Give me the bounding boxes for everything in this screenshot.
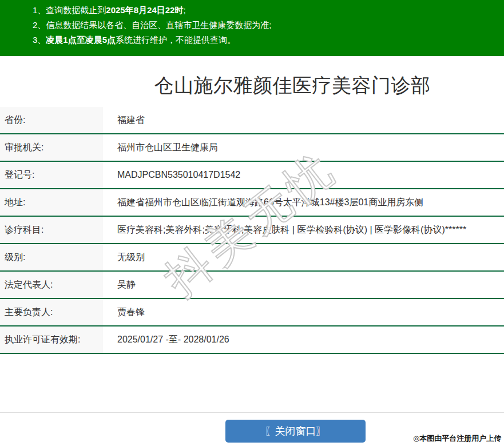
table-row-principal: 主要负责人: 贾春锋: [0, 299, 504, 326]
table-row-approval-authority: 审批机关: 福州市仓山区卫生健康局: [0, 134, 504, 162]
row-label: 执业许可证有效期:: [0, 326, 103, 353]
row-label: 审批机关:: [0, 134, 103, 161]
row-value: 贾春锋: [103, 299, 504, 325]
license-info-table: 省份: 福建省 审批机关: 福州市仓山区卫生健康局 登记号: MADJPCBN5…: [0, 107, 504, 354]
notice-line-3: 3、凌晨1点至凌晨5点系统进行维护，不能提供查询。: [33, 33, 504, 47]
row-value: 福建省: [103, 107, 504, 133]
notice-text: 系统进行维护，不能提供查询。: [116, 35, 236, 45]
row-label: 级别:: [0, 244, 103, 270]
table-row-legal-representative: 法定代表人: 吴静: [0, 272, 504, 299]
row-label: 法定代表人:: [0, 272, 103, 298]
row-label: 省份:: [0, 107, 103, 133]
row-value: 无级别: [103, 244, 504, 270]
row-label: 诊疗科目:: [0, 217, 103, 243]
institution-title: 仓山施尔雅颜佳医疗美容门诊部: [0, 73, 504, 99]
notice-text: 查询数据截止到: [46, 5, 106, 15]
notice-text: ;: [183, 5, 185, 15]
row-value: 2025/01/27 -至- 2028/01/26: [103, 326, 504, 353]
table-row-license-validity: 执业许可证有效期: 2025/01/27 -至- 2028/01/26: [0, 326, 504, 354]
notice-line-1: 1、查询数据截止到2025年8月24日22时;: [33, 3, 504, 18]
table-row-address: 地址: 福建省福州市仓山区临江街道观海路66号太平洋城13#楼3层01商业用房东…: [0, 189, 504, 217]
table-row-level: 级别: 无级别: [0, 244, 504, 272]
row-value: 吴静: [103, 272, 504, 298]
bottom-divider: [0, 412, 504, 413]
close-window-button[interactable]: 〖关闭窗口〗: [225, 420, 366, 443]
notice-bold-text: 2025年8月24日22时: [106, 5, 183, 15]
notice-number: 2、: [33, 20, 46, 30]
upload-credit-text: ◎本图由平台注册用户上传: [413, 433, 501, 444]
row-value: 福州市仓山区卫生健康局: [103, 134, 504, 161]
notice-header: 1、查询数据截止到2025年8月24日22时; 2、信息数据结果以各省、自治区、…: [0, 0, 504, 56]
row-label: 登记号:: [0, 162, 103, 188]
row-label: 主要负责人:: [0, 299, 103, 325]
table-row-registration-number: 登记号: MADJPCBN535010417D1542: [0, 162, 504, 189]
row-value: MADJPCBN535010417D1542: [103, 162, 504, 188]
notice-number: 3、: [33, 35, 46, 45]
notice-text: 信息数据结果以各省、自治区、直辖市卫生健康委数据为准;: [46, 20, 271, 30]
notice-line-2: 2、信息数据结果以各省、自治区、直辖市卫生健康委数据为准;: [33, 18, 504, 33]
table-row-medical-subjects: 诊疗科目: 医疗美容科;美容外科;美容牙科;美容皮肤科 | 医学检验科(协议) …: [0, 217, 504, 244]
row-label: 地址:: [0, 189, 103, 216]
row-value: 医疗美容科;美容外科;美容牙科;美容皮肤科 | 医学检验科(协议) | 医学影像…: [103, 217, 504, 243]
table-row-province: 省份: 福建省: [0, 107, 504, 134]
notice-number: 1、: [33, 5, 46, 15]
notice-bold-text: 凌晨1点至凌晨5点: [46, 35, 116, 45]
row-value: 福建省福州市仓山区临江街道观海路66号太平洋城13#楼3层01商业用房东侧: [103, 189, 504, 216]
